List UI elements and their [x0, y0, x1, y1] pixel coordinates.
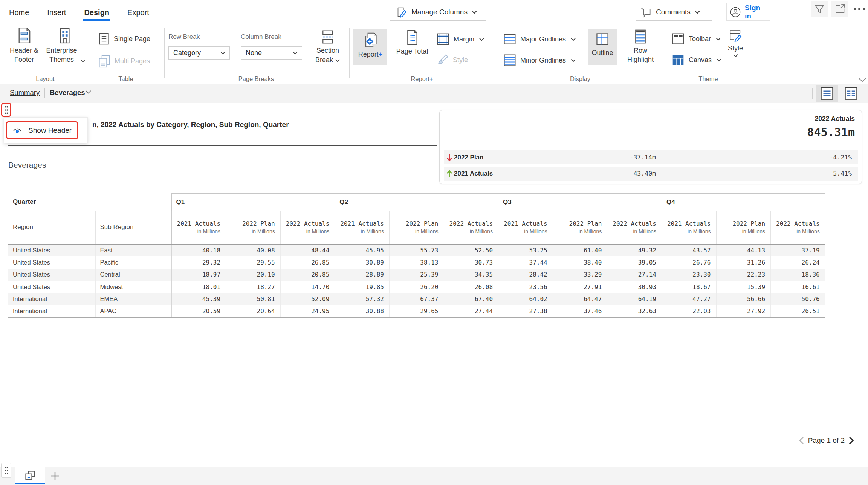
- table-row: United StatesEast40.1840.0848.4445.9555.…: [8, 244, 825, 257]
- manage-columns-button[interactable]: Manage Columns: [390, 3, 486, 21]
- value-cell: 37.46: [553, 305, 607, 318]
- value-cell: 28.42: [498, 269, 553, 281]
- value-cell: 61.40: [553, 244, 607, 257]
- table-row: United StatesMidwest18.0118.2714.7019.85…: [8, 281, 825, 293]
- group-label-report-plus: Report+: [388, 75, 456, 83]
- report-drag-handle[interactable]: [1, 103, 11, 117]
- value-cell: 18.27: [226, 281, 281, 293]
- tab-beverages-chevron[interactable]: [85, 90, 92, 94]
- theme-toolbar-button[interactable]: Toolbar: [671, 32, 721, 45]
- show-header-label: Show Header: [28, 126, 72, 135]
- sheet-tab-row: Summary Beverages: [0, 84, 868, 103]
- pages-drag-handle[interactable]: [1, 463, 11, 478]
- drag-handle-icon: [4, 106, 9, 115]
- measure-header-cell: 2022 Planin Millions: [389, 211, 444, 244]
- chevron-down-icon: [479, 38, 484, 41]
- chevron-down-icon: [570, 38, 576, 41]
- value-cell: 52.09: [280, 293, 335, 306]
- page-total-icon: [405, 29, 419, 45]
- comments-label: Comments: [656, 8, 691, 16]
- group-separator: [349, 28, 350, 78]
- theme-canvas-label: Canvas: [689, 56, 712, 64]
- title-divider: [8, 145, 437, 146]
- value-cell: 14.70: [280, 281, 335, 293]
- row-break-select[interactable]: Category: [168, 46, 230, 60]
- tab-divider: [44, 88, 45, 98]
- theme-canvas-button[interactable]: Canvas: [671, 54, 722, 66]
- value-cell: 40.18: [171, 244, 226, 257]
- single-page-button[interactable]: Single Page: [98, 32, 150, 45]
- value-cell: 18.01: [171, 281, 226, 293]
- group-separator: [388, 28, 388, 78]
- value-cell: 26.20: [389, 281, 444, 293]
- menu-tab-home[interactable]: Home: [8, 3, 30, 21]
- page-next-icon[interactable]: [848, 436, 854, 445]
- quarter-header-cell: Q4: [662, 194, 825, 211]
- page-total-button[interactable]: Page Total: [394, 29, 430, 55]
- subregion-cell: APAC: [95, 305, 171, 318]
- chevron-down-icon: [85, 90, 92, 94]
- value-cell: 27.44: [444, 305, 498, 318]
- major-gridlines-button[interactable]: Major Gridlines: [503, 32, 576, 46]
- subregion-cell: Central: [95, 269, 171, 281]
- theme-style-label: Style: [728, 44, 743, 52]
- row-highlight-button[interactable]: Row Highlight: [620, 29, 661, 64]
- subregion-cell: Pacific: [95, 256, 171, 269]
- kpi-comparison-row: 2021 Actuals 43.40m 5.41%: [444, 167, 858, 181]
- margin-label: Margin: [454, 35, 474, 43]
- theme-style-button[interactable]: Style: [724, 29, 747, 57]
- minor-gridlines-button[interactable]: Minor Gridlines: [503, 54, 576, 67]
- value-cell: 26.76: [662, 256, 716, 269]
- region-cell: United States: [8, 281, 95, 293]
- kpi-row-label: 2021 Actuals: [454, 170, 493, 177]
- expand-button[interactable]: [831, 1, 848, 17]
- manage-columns-label: Manage Columns: [411, 8, 468, 16]
- tab-beverages[interactable]: Beverages: [50, 89, 85, 97]
- filter-button[interactable]: [811, 1, 828, 17]
- value-cell: 28.89: [335, 269, 390, 281]
- header-footer-button[interactable]: Header & Footer: [7, 27, 41, 64]
- value-cell: 20.85: [280, 269, 335, 281]
- report-style-label: Style: [453, 56, 468, 64]
- report-plus-icon: [362, 32, 378, 48]
- report-plus-button[interactable]: Report+: [353, 29, 387, 65]
- sign-in-button[interactable]: Sign in: [726, 3, 770, 21]
- value-cell: 38.13: [389, 256, 444, 269]
- value-cell: 48.44: [280, 244, 335, 257]
- column-break-select[interactable]: None: [241, 46, 302, 60]
- tab-summary[interactable]: Summary: [10, 89, 40, 97]
- outline-button[interactable]: Outline: [588, 29, 617, 65]
- multi-pages-button: Multi Pages: [98, 54, 150, 68]
- chevron-down-icon: [715, 37, 721, 41]
- menu-tab-export[interactable]: Export: [127, 3, 150, 21]
- comments-button[interactable]: Comments: [636, 3, 712, 21]
- page-thumbnail-tab[interactable]: [15, 467, 45, 484]
- measure-header-cell: 2022 Planin Millions: [553, 211, 607, 244]
- value-cell: 31.26: [716, 256, 771, 269]
- single-page-icon: [98, 32, 110, 45]
- region-cell: United States: [8, 256, 95, 269]
- manage-columns-icon: [395, 6, 408, 18]
- menu-tab-insert[interactable]: Insert: [46, 3, 67, 21]
- canvas-icon: [671, 54, 685, 66]
- kpi-row-pct: 5.41%: [833, 167, 852, 181]
- more-options-button[interactable]: [851, 1, 868, 17]
- list-view-toggle[interactable]: [816, 85, 838, 102]
- group-label-layout: Layout: [15, 75, 75, 83]
- value-cell: 38.40: [553, 256, 607, 269]
- kpi-card: 2022 Actuals 845.31m 2022 Plan -37.14m -…: [439, 110, 862, 184]
- menu-tab-design[interactable]: Design: [83, 3, 110, 21]
- section-break-button[interactable]: Section Break: [310, 29, 346, 65]
- enterprise-themes-button[interactable]: Enterprise Themes: [44, 27, 86, 64]
- value-cell: 30.73: [444, 256, 498, 269]
- chevron-down-icon: [292, 51, 298, 55]
- row-break-value: Category: [173, 49, 201, 57]
- show-header-menu-item[interactable]: Show Header: [6, 121, 78, 139]
- value-cell: 53.25: [498, 244, 553, 257]
- ribbon-collapse-button[interactable]: [858, 78, 866, 82]
- margin-button[interactable]: Margin: [436, 32, 484, 46]
- chevron-down-icon: [716, 58, 722, 62]
- value-cell: 20.64: [226, 305, 281, 318]
- column-view-toggle[interactable]: [840, 85, 862, 102]
- add-page-button[interactable]: [45, 467, 65, 484]
